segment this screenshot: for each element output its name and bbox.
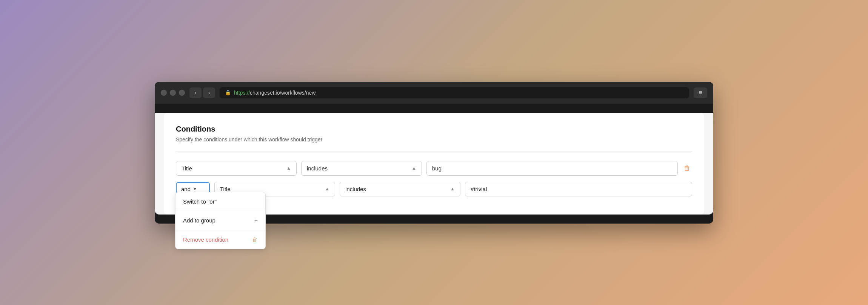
- delete-condition-1-button[interactable]: 🗑: [682, 163, 692, 174]
- field-label-2: Title: [220, 186, 231, 192]
- chevron-up-icon-op-2: ▲: [450, 186, 455, 192]
- operator-label-2: includes: [345, 186, 366, 192]
- chevron-up-icon-1: ▲: [286, 166, 291, 171]
- browser-window: ‹ › 🔒 https://changeset.io/workflows/new…: [155, 82, 713, 224]
- field-dropdown-1[interactable]: Title ▲: [176, 161, 297, 176]
- page-content: Conditions Specify the conditions under …: [164, 113, 704, 215]
- condition-row-1: Title ▲ includes ▲ bug 🗑: [176, 161, 692, 176]
- url-https: https://: [234, 90, 250, 96]
- field-label-1: Title: [182, 165, 192, 172]
- menu-icon: ≡: [699, 89, 702, 96]
- page-subtitle: Specify the conditions under which this …: [176, 136, 692, 143]
- chevron-up-icon-op-1: ▲: [412, 166, 416, 171]
- traffic-lights: [161, 90, 185, 96]
- forward-icon: ›: [208, 90, 210, 96]
- browser-content: Conditions Specify the conditions under …: [155, 113, 713, 215]
- url-text: https://changeset.io/workflows/new: [234, 90, 315, 96]
- page-title: Conditions: [176, 125, 692, 133]
- nav-buttons: ‹ ›: [189, 87, 215, 98]
- remove-condition-item[interactable]: Remove condition 🗑: [175, 230, 265, 249]
- browser-chrome: ‹ › 🔒 https://changeset.io/workflows/new…: [155, 82, 713, 104]
- trash-icon-1: 🗑: [684, 164, 691, 172]
- traffic-light-fullscreen: [179, 90, 185, 96]
- switch-to-or-label: Switch to "or": [183, 198, 217, 205]
- address-bar[interactable]: 🔒 https://changeset.io/workflows/new: [220, 87, 689, 98]
- url-domain: changeset.io/workflows/new: [250, 90, 315, 96]
- back-button[interactable]: ‹: [189, 87, 202, 98]
- value-text-1: bug: [432, 165, 442, 172]
- remove-condition-label: Remove condition: [183, 236, 228, 243]
- and-dropdown-menu: Switch to "or" Add to group + Remove con…: [175, 192, 266, 249]
- add-to-group-label: Add to group: [183, 217, 215, 224]
- value-text-2: #trivial: [471, 186, 487, 192]
- plus-icon: +: [254, 217, 258, 224]
- lock-icon: 🔒: [225, 90, 231, 95]
- dropdown-trash-icon: 🗑: [252, 236, 258, 243]
- and-chevron-icon: ▼: [193, 187, 197, 191]
- switch-to-or-item[interactable]: Switch to "or": [175, 192, 265, 211]
- and-label: and: [181, 186, 191, 192]
- chevron-up-icon-2: ▲: [325, 186, 329, 192]
- value-field-2[interactable]: #trivial: [465, 182, 692, 196]
- conditions-area: Title ▲ includes ▲ bug 🗑: [176, 152, 692, 196]
- operator-dropdown-1[interactable]: includes ▲: [301, 161, 422, 176]
- back-icon: ‹: [195, 90, 197, 96]
- browser-menu-button[interactable]: ≡: [694, 87, 707, 98]
- operator-label-1: includes: [307, 165, 328, 172]
- forward-button[interactable]: ›: [203, 87, 215, 98]
- operator-dropdown-2[interactable]: includes ▲: [340, 182, 460, 196]
- value-field-1[interactable]: bug: [426, 161, 678, 176]
- add-to-group-item[interactable]: Add to group +: [175, 211, 265, 230]
- traffic-light-close: [161, 90, 167, 96]
- traffic-light-minimize: [170, 90, 176, 96]
